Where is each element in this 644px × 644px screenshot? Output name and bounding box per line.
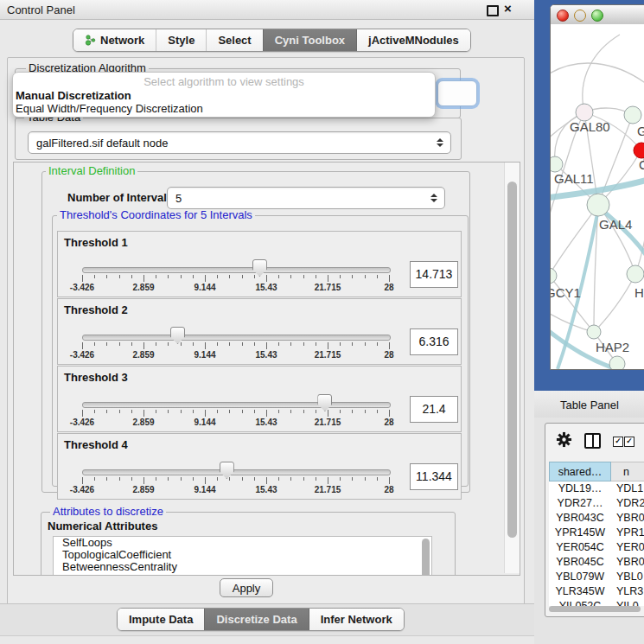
list-item[interactable]: BetweennessCentrality <box>54 561 431 573</box>
tab-network[interactable]: Network <box>73 29 156 51</box>
table-cell[interactable]: YDL19… <box>549 481 611 496</box>
tab-style[interactable]: Style <box>156 29 206 51</box>
tab-discretize-data[interactable]: Discretize Data <box>204 609 308 630</box>
table-cell[interactable]: YPR1 <box>611 526 644 540</box>
slider-tick-labels: -3.4262.8599.14415.4321.71528 <box>82 350 390 360</box>
close-icon[interactable]: × <box>504 1 512 16</box>
number-of-intervals-combobox[interactable]: 5 <box>167 187 445 209</box>
table-cell[interactable]: YBR045C <box>549 555 611 570</box>
table-row[interactable]: YER054CYER0 <box>549 540 644 555</box>
table-data-combobox[interactable]: galFiltered.sif default node <box>28 131 451 154</box>
network-node[interactable] <box>587 325 601 339</box>
scrollbar-thumb[interactable] <box>507 182 517 538</box>
table-row[interactable]: YBL079WYBL0 <box>549 570 644 584</box>
horizontal-scrollbar[interactable] <box>549 606 644 613</box>
tab-cyni-toolbox[interactable]: Cyni Toolbox <box>263 29 356 51</box>
network-window-titlebar[interactable] <box>551 5 644 25</box>
node-attribute-table[interactable]: shared…nYDL19…YDL1YDR27…YDR2YBR043CYBR0Y… <box>549 462 644 606</box>
slider-handle[interactable] <box>220 462 234 479</box>
threshold-value-field[interactable]: 11.344 <box>410 463 458 490</box>
network-node[interactable] <box>609 356 625 369</box>
list-scrollbar[interactable] <box>422 539 430 576</box>
table-cell[interactable]: YDR2 <box>611 496 644 511</box>
mac-close-button[interactable] <box>557 10 569 22</box>
column-header-shared-name[interactable]: shared… <box>549 462 611 481</box>
table-cell[interactable]: YLR3 <box>611 584 644 599</box>
network-canvas[interactable]: GAL80GACGAL11GAL4GCY1HHAP2 <box>551 24 644 369</box>
slider-track[interactable] <box>82 402 391 408</box>
tick-mark <box>377 477 378 481</box>
table-cell[interactable]: YPR145W <box>549 526 611 540</box>
network-node[interactable] <box>627 265 644 283</box>
scrollbar-thumb[interactable] <box>549 606 641 612</box>
threshold-value-field[interactable]: 6.316 <box>410 328 458 355</box>
tick-mark <box>217 275 218 278</box>
numerical-attributes-list[interactable]: SelfLoopsTopologicalCoefficientBetweenne… <box>53 536 432 576</box>
table-row[interactable]: YDL19…YDL1 <box>549 481 644 496</box>
table-cell[interactable]: YBL079W <box>549 570 611 584</box>
tab-label: Infer Network <box>321 613 392 626</box>
slider-track[interactable] <box>82 469 391 475</box>
algorithm-combobox[interactable] <box>437 80 477 106</box>
tick-mark <box>106 342 107 346</box>
checkbox-icon[interactable]: ✓ <box>624 437 634 447</box>
table-row[interactable]: YDR27…YDR2 <box>549 496 644 511</box>
tab-infer-network[interactable]: Infer Network <box>309 609 404 630</box>
tick-mark <box>365 275 366 278</box>
network-node[interactable] <box>624 106 641 124</box>
network-node[interactable] <box>587 194 609 216</box>
table-row[interactable]: YBR045CYBR0 <box>549 555 644 570</box>
tab-select[interactable]: Select <box>206 29 262 51</box>
table-row[interactable]: YLR345WYLR3 <box>549 584 644 599</box>
cyni-bottom-tabbar: Impute DataDiscretize DataInfer Network <box>117 608 405 631</box>
slider-handle[interactable] <box>317 394 332 411</box>
apply-button[interactable]: Apply <box>220 578 273 597</box>
dropdown-item[interactable]: Manual Discretization <box>13 89 435 102</box>
vertical-scrollbar[interactable] <box>504 163 520 573</box>
tick-mark <box>229 477 230 481</box>
table-cell[interactable]: YDL1 <box>611 481 644 496</box>
network-node[interactable] <box>551 156 563 172</box>
table-cell[interactable]: YIL052C <box>549 599 611 606</box>
table-cell[interactable]: YBR0 <box>611 511 644 526</box>
threshold-value-field[interactable]: 14.713 <box>410 261 458 288</box>
dropdown-item[interactable]: Equal Width/Frequency Discretization <box>13 102 435 115</box>
column-header-name[interactable]: n <box>611 462 644 481</box>
list-item[interactable]: SelfLoops <box>54 537 431 549</box>
settings-gear-icon[interactable] <box>556 431 572 448</box>
tick-label: 28 <box>384 350 393 360</box>
slider-track[interactable] <box>82 267 391 273</box>
tab-jactivemnodules[interactable]: jActiveMNodules <box>356 29 470 51</box>
slider-handle[interactable] <box>252 259 267 277</box>
table-cell[interactable]: YDR27… <box>549 496 611 511</box>
table-cell[interactable]: YBR043C <box>549 511 611 526</box>
mac-zoom-button[interactable] <box>591 10 603 22</box>
table-cell[interactable]: YIL0 <box>611 599 644 606</box>
table-row[interactable]: YIL052CYIL0 <box>549 599 644 606</box>
table-row[interactable]: YBR043CYBR0 <box>549 511 644 526</box>
node-label: GAL80 <box>570 119 610 134</box>
tab-impute-data[interactable]: Impute Data <box>118 609 204 630</box>
table-cell[interactable]: YBL0 <box>611 570 644 584</box>
table-row[interactable]: YPR145WYPR1 <box>549 526 644 540</box>
mac-minimize-button[interactable] <box>574 10 586 22</box>
network-node[interactable] <box>634 143 644 158</box>
tick-mark <box>316 275 316 278</box>
threshold-value-field[interactable]: 21.4 <box>410 396 458 423</box>
table-cell[interactable]: YBR0 <box>611 555 644 570</box>
float-window-icon[interactable] <box>487 5 499 16</box>
network-node[interactable] <box>551 268 557 284</box>
table-cell[interactable]: YER054C <box>549 540 611 555</box>
list-item[interactable]: TopologicalCoefficient <box>54 549 431 561</box>
table-cell[interactable]: YLR345W <box>549 584 611 599</box>
tick-label: -3.426 <box>70 485 94 494</box>
split-view-icon[interactable] <box>584 433 601 449</box>
table-cell[interactable]: YER0 <box>611 540 644 555</box>
checkbox-icon[interactable]: ✓ <box>613 437 623 447</box>
combo-spinner-icon <box>436 138 443 147</box>
tick-mark <box>156 342 156 346</box>
tick-mark <box>143 342 144 349</box>
slider-handle[interactable] <box>170 327 185 344</box>
network-node[interactable] <box>576 104 593 121</box>
slider-track[interactable] <box>82 335 391 341</box>
